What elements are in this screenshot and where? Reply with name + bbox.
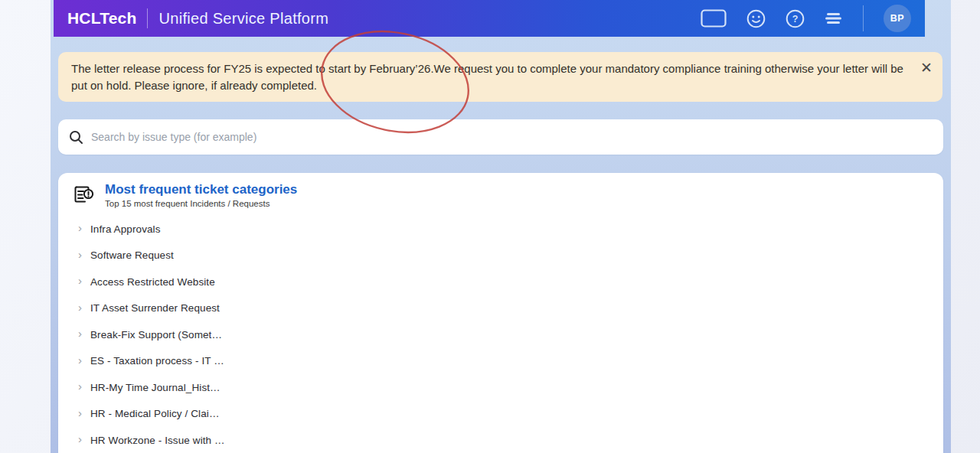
list-item[interactable]: › Infra Approvals (73, 216, 928, 243)
card-header-text: Most frequent ticket categories Top 15 m… (105, 182, 297, 208)
search-bar (58, 119, 943, 155)
category-label: Break-Fix Support (Somet… (90, 329, 222, 341)
svg-text:?: ? (792, 14, 799, 24)
banner-message: The letter release process for FY25 is e… (71, 62, 903, 92)
chevron-right-icon: › (78, 408, 82, 419)
list-item[interactable]: › HR Workzone - Issue with … (73, 427, 928, 453)
category-label: Access Restricted Website (90, 276, 215, 288)
list-item[interactable]: › ES - Taxation process - IT … (73, 348, 928, 375)
category-label: HR - Medical Policy / Clai… (90, 408, 219, 419)
chevron-right-icon: › (78, 434, 82, 445)
card-subtitle: Top 15 most frequent Incidents / Request… (105, 199, 297, 208)
header-divider (147, 8, 148, 28)
menu-icon[interactable] (825, 11, 843, 25)
card-title[interactable]: Most frequent ticket categories (105, 182, 297, 197)
category-label: Software Request (90, 249, 174, 261)
header-separator (863, 5, 864, 31)
search-icon (69, 130, 83, 145)
list-item[interactable]: › Access Restricted Website (73, 269, 928, 295)
ticket-categories-card: Most frequent ticket categories Top 15 m… (58, 173, 943, 453)
app-header: HCLTech Unified Service Platform ? (54, 0, 925, 37)
search-input[interactable] (91, 119, 943, 155)
chevron-right-icon: › (78, 275, 82, 286)
category-label: ES - Taxation process - IT … (90, 355, 224, 367)
list-item[interactable]: › HR-My Time Journal_Hist… (73, 374, 928, 401)
chevron-right-icon: › (78, 249, 82, 260)
user-avatar[interactable]: BP (884, 5, 911, 32)
category-list: › Infra Approvals › Software Request › A… (73, 216, 928, 453)
category-label: Infra Approvals (90, 223, 161, 235)
close-icon[interactable]: ✕ (920, 60, 933, 75)
chevron-right-icon: › (78, 381, 82, 392)
ticket-list-icon (73, 184, 95, 209)
category-label: HR-My Time Journal_Hist… (90, 382, 220, 393)
hcltech-logo[interactable]: HCLTech (67, 9, 136, 28)
chevron-right-icon: › (78, 223, 82, 233)
chevron-right-icon: › (78, 355, 82, 366)
feedback-smiley-icon[interactable] (746, 9, 766, 28)
app-title: Unified Service Platform (158, 10, 328, 28)
screen-rectangle-icon[interactable] (701, 9, 727, 28)
notification-banner: The letter release process for FY25 is e… (58, 52, 942, 102)
category-label: IT Asset Surrender Request (90, 302, 220, 314)
list-item[interactable]: › Software Request (73, 243, 928, 269)
chevron-right-icon: › (78, 328, 82, 339)
category-label: HR Workzone - Issue with … (90, 435, 225, 446)
card-header: Most frequent ticket categories Top 15 m… (73, 182, 928, 213)
list-item[interactable]: › IT Asset Surrender Request (73, 295, 928, 322)
help-icon[interactable]: ? (786, 9, 805, 28)
list-item[interactable]: › HR - Medical Policy / Clai… (73, 401, 928, 428)
chevron-right-icon: › (78, 302, 82, 313)
list-item[interactable]: › Break-Fix Support (Somet… (73, 321, 928, 348)
header-actions: ? BP (701, 5, 925, 32)
